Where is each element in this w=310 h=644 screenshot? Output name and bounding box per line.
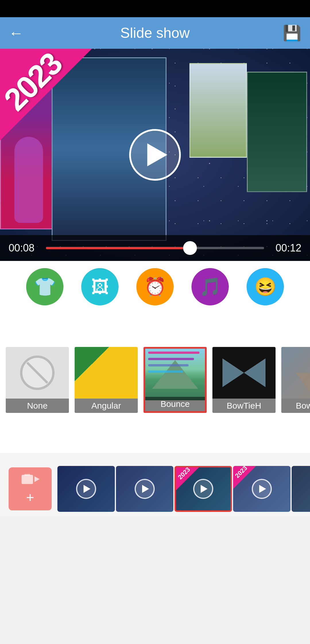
woman-silhouette: [14, 137, 43, 223]
bowtie-right: [244, 358, 266, 387]
collage-right2-photo: [247, 72, 307, 192]
timeline-clip-3[interactable]: 2023: [175, 466, 232, 512]
play-icon: [147, 143, 167, 166]
progress-bar-fill: [46, 247, 190, 249]
back-button[interactable]: ←: [9, 26, 24, 40]
transition-none-preview: [6, 347, 69, 399]
tool-theme-button[interactable]: 👕: [26, 268, 63, 305]
svg-marker-1: [296, 373, 310, 396]
add-clip-button[interactable]: +: [9, 467, 52, 510]
transitions-row: None Angular: [0, 341, 310, 419]
transition-bowtie-v-label-bar: BowTieV: [281, 399, 310, 413]
video-controls: 00:08 00:12: [0, 235, 310, 261]
play-button[interactable]: [129, 129, 181, 181]
total-time: 00:12: [270, 242, 301, 254]
status-bar: [0, 0, 310, 17]
tool-photo-button[interactable]: 🖼: [81, 268, 119, 305]
save-button[interactable]: 💾: [283, 24, 301, 42]
progress-bar-track[interactable]: [46, 247, 264, 249]
progress-thumb[interactable]: [183, 241, 197, 255]
transition-none[interactable]: None: [6, 347, 69, 413]
clip-2-play-btn[interactable]: [135, 479, 155, 499]
photo-icon: 🖼: [91, 277, 109, 297]
timeline-clip-2[interactable]: [116, 466, 173, 512]
timeline-section: + 2023 2023: [0, 453, 310, 516]
collage-left-photo: [0, 63, 57, 229]
clip-4-play-icon: [259, 485, 266, 493]
clip-3-ribbon: 2023: [176, 467, 199, 490]
transition-bowtie-h[interactable]: BowTieH: [212, 347, 276, 413]
spacer-1: [0, 313, 310, 341]
none-circle: [20, 356, 55, 390]
music-icon: 🎵: [199, 276, 221, 297]
transition-bounce-label: Bounce: [160, 399, 190, 409]
clip-1-play-icon: [84, 485, 90, 493]
timeline-clips: 2023 2023: [52, 466, 310, 512]
theme-icon: 👕: [34, 276, 56, 297]
transition-bowtie-h-preview: [212, 347, 276, 399]
transition-angular-preview: [75, 347, 138, 399]
tool-emoji-button[interactable]: 😆: [247, 268, 284, 305]
transitions-section: None Angular: [0, 341, 310, 430]
collage-right1-photo: [189, 63, 247, 158]
transition-bounce[interactable]: Bounce: [144, 347, 207, 413]
tool-duration-button[interactable]: ⏰: [136, 268, 174, 305]
transition-angular-label: Angular: [91, 401, 121, 411]
clip-1-play-btn[interactable]: [76, 479, 96, 499]
transition-bowtie-v[interactable]: BowTieV: [281, 347, 310, 413]
current-time: 00:08: [9, 242, 40, 254]
duration-icon: ⏰: [144, 276, 166, 297]
transition-bounce-label-bar: Bounce: [145, 397, 205, 411]
add-clip-icon: [20, 473, 40, 491]
collage-left-img: [1, 64, 57, 229]
transition-none-label: None: [27, 401, 48, 411]
bounce-mountain: [145, 349, 205, 400]
bowtie-left: [222, 358, 244, 387]
transition-bowtie-h-label: BowTieH: [227, 401, 261, 411]
transition-bowtie-v-label: BowTieV: [296, 401, 310, 411]
svg-rect-2: [22, 475, 33, 484]
transition-angular[interactable]: Angular: [75, 347, 138, 413]
tool-music-button[interactable]: 🎵: [191, 268, 229, 305]
tools-row: 👕 🖼 ⏰ 🎵 😆: [0, 261, 310, 313]
bowtie-shape: [222, 358, 266, 387]
timeline-clip-4[interactable]: 2023: [233, 466, 290, 512]
add-clip-plus-icon: +: [26, 491, 34, 504]
video-preview: 2023 00:08 00:12: [0, 49, 310, 261]
timeline-clip-5[interactable]: [292, 466, 310, 512]
transition-bowtie-h-label-bar: BowTieH: [212, 399, 276, 413]
page-title: Slide show: [120, 25, 190, 41]
transition-angular-label-bar: Angular: [75, 399, 138, 413]
clip-4-ribbon: 2023: [233, 466, 256, 489]
spacer-2: [0, 430, 310, 453]
transition-bowtie-v-preview: [281, 347, 310, 399]
none-line: [26, 362, 48, 384]
timeline-clip-1[interactable]: [57, 466, 115, 512]
clip-3-play-icon: [201, 485, 208, 493]
transition-none-label-bar: None: [6, 399, 69, 413]
bowtie-v-svg: [296, 350, 310, 396]
clip-2-play-icon: [142, 485, 149, 493]
transition-bounce-preview: [145, 349, 205, 400]
top-bar: ← Slide show 💾: [0, 17, 310, 49]
svg-marker-4: [34, 476, 40, 482]
svg-rect-3: [24, 474, 30, 476]
emoji-icon: 😆: [254, 276, 276, 297]
